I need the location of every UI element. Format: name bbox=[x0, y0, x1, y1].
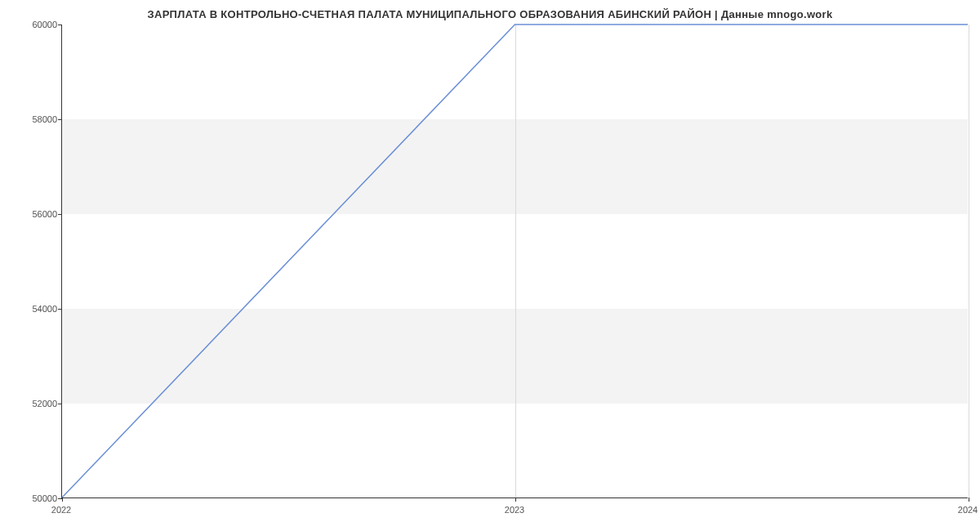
x-tick-label: 2022 bbox=[51, 505, 71, 515]
y-tick-label: 56000 bbox=[8, 209, 57, 219]
y-tick-label: 60000 bbox=[8, 20, 57, 29]
x-tick-label: 2024 bbox=[958, 505, 978, 515]
x-tick-mark bbox=[515, 498, 516, 502]
y-tick-mark bbox=[58, 498, 62, 499]
y-tick-mark bbox=[58, 309, 62, 310]
x-tick-mark bbox=[969, 498, 969, 502]
y-tick-label: 50000 bbox=[8, 493, 57, 503]
y-tick-label: 52000 bbox=[8, 399, 57, 408]
y-tick-label: 58000 bbox=[8, 114, 57, 124]
y-tick-mark bbox=[58, 404, 62, 404]
chart-title: ЗАРПЛАТА В КОНТРОЛЬНО-СЧЕТНАЯ ПАЛАТА МУН… bbox=[0, 0, 980, 20]
y-tick-mark bbox=[58, 25, 62, 25]
plot-area bbox=[61, 25, 968, 498]
y-tick-mark bbox=[58, 214, 62, 215]
chart-container: ЗАРПЛАТА В КОНТРОЛЬНО-СЧЕТНАЯ ПАЛАТА МУН… bbox=[0, 0, 980, 531]
y-tick-mark bbox=[58, 119, 62, 120]
line-series bbox=[62, 25, 968, 498]
y-tick-label: 54000 bbox=[8, 304, 57, 314]
x-tick-mark bbox=[62, 498, 63, 502]
x-tick-label: 2023 bbox=[505, 505, 524, 515]
gridline-vertical bbox=[969, 25, 969, 498]
